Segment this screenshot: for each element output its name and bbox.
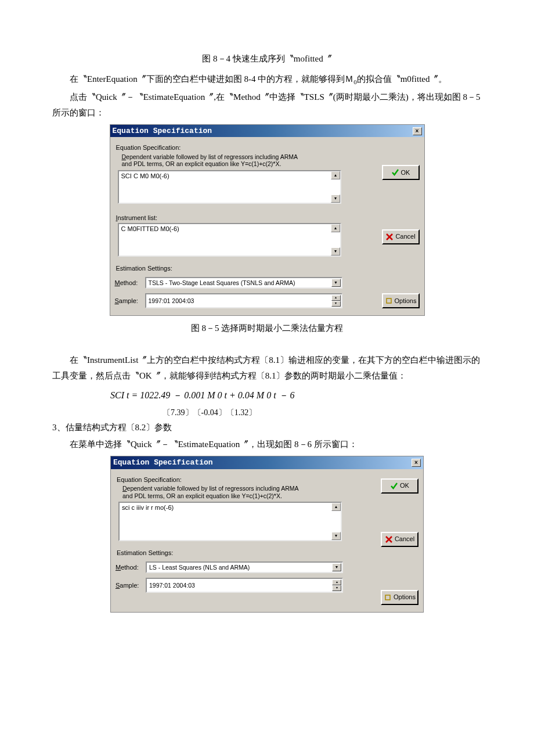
titlebar: Equation Specification × [111,456,423,469]
spec-label: Equation Specification: [117,476,376,484]
dialog-title: Equation Specification [113,127,212,136]
titlebar: Equation Specification × [110,125,424,138]
close-icon[interactable]: × [413,127,422,135]
x-icon [385,233,394,241]
spec-label: Equation Specification: [116,144,377,152]
close-icon[interactable]: × [412,459,421,467]
method-label: Method: [115,279,142,287]
chevron-down-icon[interactable] [331,279,341,287]
options-icon [385,297,393,305]
equation-spec-dialog-ls: Equation Specification × Equation Specif… [110,456,424,613]
settings-label: Estimation Settings: [117,549,376,557]
scroll-down-icon[interactable]: ▾ [331,195,340,203]
x-icon [385,535,393,543]
figure-caption-8-4: 图 8－4 快速生成序列〝mofitted〞 [52,51,482,67]
check-icon [391,168,399,177]
scroll-up-icon[interactable]: ▴ [331,224,340,232]
check-icon [390,482,398,490]
sample-input[interactable]: 1997:01 2004:03 ▴▾ [145,293,342,308]
method-label: Method: [116,564,142,571]
paragraph-5: 在菜单中选择〝Quick〞－〝EstimateEquation〞，出现如图 8－… [52,437,482,452]
equation-spec-input[interactable]: sci c iiiv ir r mo(-6) [118,502,342,541]
equation-spec-input[interactable]: SCI C M0 M0(-6) [118,170,341,204]
figure-caption-8-5: 图 8－5 选择两时期最小二乘法估量方程 [52,321,482,336]
instrument-list-input[interactable]: C M0FITTED M0(-6) [118,223,341,257]
equation-spec-dialog-tsls: Equation Specification × Equation Specif… [110,124,425,316]
chevron-down-icon[interactable] [332,563,341,571]
svg-rect-1 [385,595,390,600]
paragraph-1: 在〝EnterEquation〞下面的空白栏中键进如图 8-4 中的方程，就能够… [52,71,482,88]
equation-8-1-result: SCI t = 1022.49 － 0.001 M 0 t + 0.04 M 0… [110,387,482,404]
sample-input[interactable]: 1997:01 2004:03 ▴▾ [146,578,343,593]
scroll-down-icon[interactable]: ▾ [331,247,340,255]
options-button[interactable]: Options [381,590,418,605]
paragraph-3: 在〝InstrumentList〞上方的空白栏中按结构式方程〔8.1〕输进相应的… [52,352,482,384]
spec-help: Dependent variable followed by list of r… [122,153,374,168]
spinner-icon[interactable]: ▴▾ [331,295,341,307]
equation-tvalues: 〔7.39〕〔-0.04〕〔1.32〕 [163,405,482,420]
scroll-down-icon[interactable]: ▾ [331,532,341,540]
ok-button[interactable]: OK [381,478,418,494]
options-icon [384,593,392,602]
method-select[interactable]: TSLS - Two-Stage Least Squares (TSNLS an… [145,277,342,289]
cancel-button[interactable]: Cancel [381,532,418,547]
sample-label: Sample: [116,582,142,589]
section-3-heading: 3、估量结构式方程〔8.2〕参数 [52,420,482,435]
text: 在〝EnterEquation〞下面的空白栏中键进如图 8-4 中的方程，就能够… [70,74,353,84]
svg-rect-0 [387,298,391,303]
dialog-title: Equation Specification [113,458,213,467]
sample-label: Sample: [115,297,142,305]
scroll-up-icon[interactable]: ▴ [331,171,340,179]
settings-label: Estimation Settings: [116,265,377,272]
method-select[interactable]: LS - Least Squares (NLS and ARMA) [146,561,343,573]
spec-help: Dependent variable followed by list of r… [122,485,373,499]
instrument-label: Instrument list: [116,214,377,222]
ok-button[interactable]: OK [382,165,420,180]
options-button[interactable]: Options [382,293,420,308]
spinner-icon[interactable]: ▴▾ [332,579,341,591]
text: 的拟合值〝m0fitted〞。 [357,74,448,84]
paragraph-2: 点击〝Quick〞－〝EstimateEquation〞,在〝Method〞中选… [52,89,482,121]
cancel-button[interactable]: Cancel [382,229,420,244]
scroll-up-icon[interactable]: ▴ [331,503,341,511]
